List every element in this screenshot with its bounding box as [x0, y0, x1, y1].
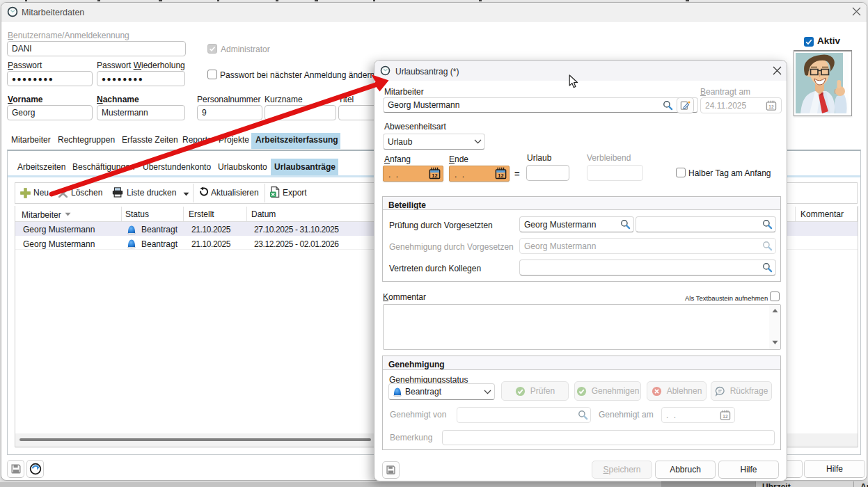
svg-text:12: 12 [768, 104, 774, 109]
svg-text:12: 12 [723, 414, 728, 419]
svg-text:12: 12 [432, 173, 437, 179]
svg-text:12: 12 [498, 173, 503, 179]
